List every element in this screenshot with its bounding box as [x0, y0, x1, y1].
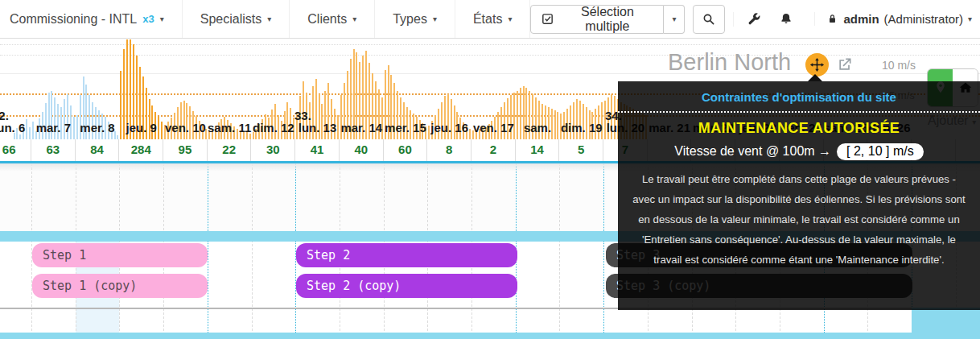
wind-range-label: Vitesse de vent @ 100m → — [674, 144, 831, 158]
notifications-bell-icon[interactable] — [779, 12, 793, 27]
day-count: 40 — [340, 139, 384, 161]
top-navbar: Commissioning - INTL x3 ▾ Specialists ▾ … — [0, 0, 980, 39]
settings-wrench-icon[interactable] — [747, 12, 761, 27]
day-count: 8 — [427, 139, 471, 161]
day-count: 95 — [163, 139, 208, 161]
search-icon — [702, 12, 716, 27]
chevron-down-icon: ▾ — [508, 14, 512, 23]
date-label: sam. 11 — [208, 118, 252, 138]
chevron-down-icon: ▾ — [267, 14, 271, 23]
day-count: 22 — [208, 139, 252, 161]
chevron-down-icon: ▾ — [968, 14, 972, 23]
user-role: (Administrator) — [884, 12, 963, 26]
multi-select-button[interactable]: Sélection multiple — [530, 5, 664, 34]
menu-label: Specialists — [200, 12, 261, 27]
multi-select-label: Sélection multiple — [561, 5, 653, 34]
menu-specialists[interactable]: Specialists ▾ — [183, 0, 290, 38]
multi-select-group: Sélection multiple ▾ — [530, 5, 685, 34]
day-count: 41 — [295, 139, 340, 161]
date-label: ven. 10 — [163, 118, 208, 138]
day-count: 5 — [559, 139, 603, 161]
tooltip-wind-row: Vitesse de vent @ 100m →[ 2, 10 ] m/s — [618, 143, 980, 160]
tooltip-separator — [618, 111, 980, 113]
wind-scale-label-10: 10 m/s — [882, 59, 916, 72]
gantt-task[interactable]: Step 1 (copy) — [32, 274, 208, 298]
tooltip-body: Le travail peut être complété dans cette… — [632, 169, 966, 270]
gantt-task[interactable]: Step 2 — [296, 243, 517, 267]
user-name: admin — [843, 12, 879, 26]
day-count: 84 — [76, 139, 120, 161]
date-label: sam. — [516, 118, 560, 138]
bottom-band — [0, 333, 980, 339]
site-title: Berlin North — [668, 49, 791, 76]
menu-types[interactable]: Types ▾ — [375, 0, 455, 38]
chevron-down-icon: ▾ — [672, 14, 676, 23]
gantt-task[interactable]: Step 1 — [32, 243, 208, 267]
date-label: jeu. 16 — [427, 118, 471, 138]
chevron-down-icon: ▾ — [160, 14, 164, 23]
date-label: mer. 8 — [76, 118, 120, 138]
search-button[interactable] — [693, 5, 725, 34]
day-count: 2 — [471, 139, 516, 161]
project-name: Commissioning - INTL — [10, 12, 137, 27]
day-count: 63 — [31, 139, 76, 161]
move-arrows-icon — [809, 56, 826, 73]
wind-range-value: [ 2, 10 ] m/s — [837, 143, 924, 160]
site-constraints-button[interactable] — [805, 53, 829, 76]
constraints-tooltip: Contraintes d'optimisation du site MAINT… — [618, 81, 980, 310]
menu-etats[interactable]: États ▾ — [455, 0, 531, 38]
multi-select-dropdown[interactable]: ▾ — [664, 5, 685, 34]
date-label: mar. 7 — [31, 118, 76, 138]
tooltip-caret — [808, 74, 822, 81]
nav-menus: Commissioning - INTL x3 ▾ Specialists ▾ … — [0, 0, 530, 38]
menu-label: Types — [393, 12, 427, 27]
day-count: 60 — [384, 139, 428, 161]
scheduler-app: Commissioning - INTL x3 ▾ Specialists ▾ … — [0, 0, 980, 339]
tooltip-title: Contraintes d'optimisation du site — [618, 90, 980, 104]
menu-label: Clients — [307, 12, 347, 27]
lock-icon — [826, 13, 838, 25]
date-label: dim. 19 — [559, 118, 603, 138]
chevron-down-icon: ▾ — [433, 14, 437, 23]
week-number: 33. — [294, 109, 311, 122]
user-menu[interactable]: admin (Administrator) ▾ — [814, 12, 972, 26]
share-icon[interactable] — [837, 56, 853, 76]
day-count: 14 — [516, 139, 560, 161]
timeline-stage: lun. 6mar. 7mer. 8jeu. 9ven. 10sam. 11di… — [0, 39, 980, 339]
date-label: mer. 15 — [384, 118, 428, 138]
date-label: dim. 12 — [252, 118, 296, 138]
day-count: 66 — [0, 139, 31, 161]
menu-clients[interactable]: Clients ▾ — [290, 0, 375, 38]
date-label: jeu. 9 — [119, 118, 163, 138]
nav-actions: Sélection multiple ▾ — [530, 0, 980, 38]
menu-label: États — [473, 12, 502, 27]
gantt-task[interactable]: Step 2 (copy) — [296, 274, 517, 298]
day-count: 30 — [252, 139, 296, 161]
project-selector[interactable]: Commissioning - INTL x3 ▾ — [0, 0, 183, 38]
chevron-down-icon: ▾ — [352, 14, 356, 23]
week-number: 32. — [0, 109, 9, 122]
tooltip-heading: MAINTENANCE AUTORISÉE — [618, 120, 980, 137]
project-count-badge: x3 — [142, 13, 154, 25]
date-label: ven. 17 — [471, 118, 516, 138]
date-label: mar. 14 — [340, 118, 384, 138]
checkbox-check-icon — [541, 12, 554, 26]
day-count: 284 — [119, 139, 163, 161]
toolbar-icons — [733, 12, 806, 27]
